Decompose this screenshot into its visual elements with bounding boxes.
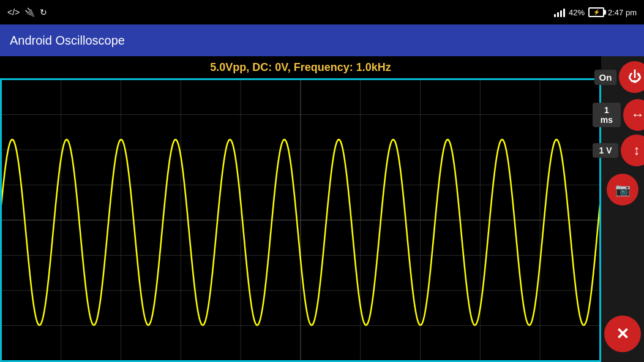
time-row: 1 ms ↔ (593, 99, 644, 131)
oscilloscope-grid[interactable] (0, 78, 601, 362)
measurement-info: 5.0Vpp, DC: 0V, Frequency: 1.0kHz (0, 56, 601, 78)
time-label: 1 ms (593, 103, 621, 127)
controls-panel: On ⏻ 1 ms ↔ 1 V ↕ 📷 ✕ (601, 56, 644, 362)
main-content: 5.0Vpp, DC: 0V, Frequency: 1.0kHz On ⏻ 1… (0, 56, 644, 362)
close-button[interactable]: ✕ (604, 316, 641, 352)
title-bar: Android Oscilloscope (0, 24, 644, 56)
waveform-canvas[interactable] (1, 79, 600, 361)
status-bar: </> 🔌 ↻ 42% ⚡ 2:47 pm (0, 0, 644, 24)
power-row: On ⏻ (594, 61, 644, 93)
on-label: On (594, 70, 617, 85)
oscilloscope-area[interactable]: 5.0Vpp, DC: 0V, Frequency: 1.0kHz (0, 56, 601, 362)
power-icon: ⏻ (628, 69, 642, 85)
time-display: 2:47 pm (608, 8, 637, 17)
camera-icon: 📷 (615, 182, 631, 197)
battery-percent: 42% (569, 8, 585, 17)
vertical-icon: ↕ (634, 142, 640, 158)
close-icon: ✕ (616, 325, 629, 344)
signal-strength-icon (554, 7, 565, 17)
volt-row: 1 V ↕ (593, 135, 644, 166)
screenshot-button[interactable]: 📷 (607, 174, 638, 205)
volt-label: 1 V (593, 143, 618, 158)
status-bar-left: </> 🔌 ↻ (7, 7, 47, 17)
horizontal-icon: ↔ (631, 107, 644, 123)
app-title: Android Oscilloscope (10, 34, 125, 48)
usb-icon: 🔌 (24, 7, 35, 17)
status-bar-right: 42% ⚡ 2:47 pm (554, 7, 637, 17)
power-button[interactable]: ⏻ (619, 61, 644, 93)
horizontal-scale-button[interactable]: ↔ (623, 99, 644, 131)
battery-icon: ⚡ (588, 7, 604, 17)
code-brackets-icon: </> (7, 7, 20, 17)
vertical-scale-button[interactable]: ↕ (621, 135, 644, 166)
refresh-icon: ↻ (40, 7, 47, 17)
